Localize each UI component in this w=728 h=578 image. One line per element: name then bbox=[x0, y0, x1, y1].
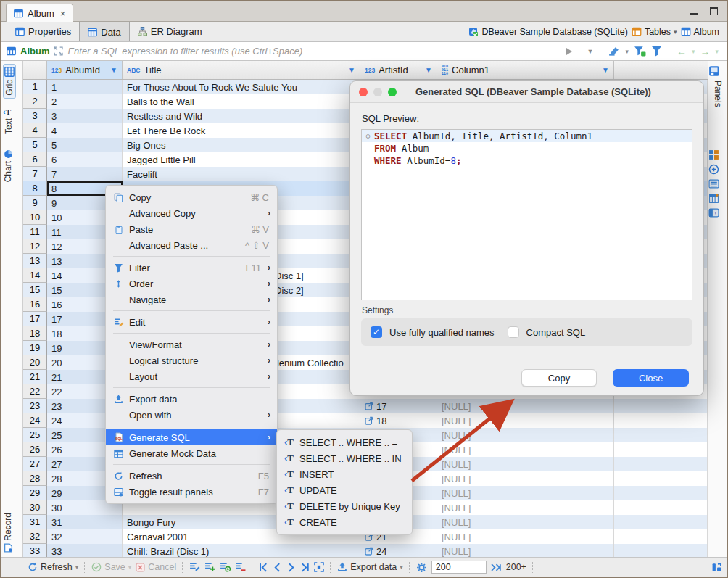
switch-presentation-icon[interactable] bbox=[711, 562, 727, 573]
row-number-cell[interactable]: 30 bbox=[23, 500, 47, 515]
column1-cell[interactable]: [NULL] bbox=[437, 529, 614, 544]
row-number-cell[interactable]: 11 bbox=[23, 225, 47, 239]
row-number-cell[interactable]: 3 bbox=[23, 109, 47, 123]
cancel-button[interactable]: Cancel bbox=[136, 562, 176, 572]
copy-button[interactable]: Copy bbox=[521, 369, 597, 387]
fold-collapse-icon[interactable]: ⊖ bbox=[362, 130, 374, 142]
minimize-window-icon[interactable] bbox=[373, 88, 382, 96]
row-number-cell[interactable]: 29 bbox=[23, 486, 47, 500]
maximize-icon[interactable] bbox=[710, 7, 718, 15]
submenu-item-update[interactable]: ‹TUPDATE bbox=[277, 482, 412, 498]
menu-item-generate-mock-data[interactable]: Generate Mock Data bbox=[106, 445, 277, 461]
albumid-cell[interactable]: 1 bbox=[47, 80, 123, 94]
save-filter-icon[interactable] bbox=[634, 46, 646, 57]
column-menu-icon[interactable]: ▼ bbox=[602, 66, 609, 74]
menu-item-export-data[interactable]: Export data bbox=[106, 391, 277, 407]
add-row-icon[interactable] bbox=[204, 562, 215, 572]
forward-menu-icon[interactable]: ▾ bbox=[715, 48, 719, 55]
menu-item-copy[interactable]: Copy⌘ C bbox=[106, 189, 277, 205]
row-number-cell[interactable]: 6 bbox=[23, 152, 47, 167]
first-row-icon[interactable] bbox=[259, 563, 268, 572]
presentation-tab-grid[interactable]: Grid bbox=[3, 64, 16, 99]
column1-cell[interactable]: [NULL] bbox=[437, 500, 614, 515]
menu-item-order[interactable]: Order› bbox=[106, 276, 277, 292]
row-number-cell[interactable]: 27 bbox=[23, 457, 47, 471]
column-menu-icon[interactable]: ▼ bbox=[425, 66, 432, 74]
row-number-cell[interactable]: 15 bbox=[23, 283, 47, 297]
column1-cell[interactable]: [NULL] bbox=[437, 413, 614, 428]
column-header-column1[interactable]: 010011110 Column1 ▼ bbox=[437, 61, 614, 79]
row-number-cell[interactable]: 19 bbox=[23, 341, 47, 355]
artistid-cell[interactable]: 18 bbox=[360, 413, 437, 428]
row-number-cell[interactable]: 16 bbox=[23, 297, 47, 312]
row-number-cell[interactable]: 12 bbox=[23, 239, 47, 254]
column1-cell[interactable]: [NULL] bbox=[437, 471, 614, 486]
row-number-cell[interactable]: 31 bbox=[23, 515, 47, 529]
column-header-albumid[interactable]: 123 AlbumId ▼ bbox=[47, 61, 123, 79]
menu-item-paste[interactable]: Paste⌘ V bbox=[106, 221, 277, 237]
back-icon[interactable]: ← bbox=[677, 46, 687, 57]
albumid-cell[interactable]: 31 bbox=[47, 515, 123, 529]
erase-filter-icon[interactable] bbox=[608, 46, 620, 57]
filter-history-icon[interactable]: ▼ bbox=[587, 48, 593, 55]
filter-input[interactable]: Enter a SQL expression to filter results… bbox=[67, 46, 562, 57]
previous-row-icon[interactable] bbox=[273, 563, 282, 572]
fetch-size-input[interactable]: 200 bbox=[431, 561, 487, 574]
close-window-icon[interactable] bbox=[359, 88, 368, 96]
row-number-cell[interactable]: 32 bbox=[23, 529, 47, 544]
albumid-cell[interactable]: 5 bbox=[47, 138, 123, 152]
row-number-cell[interactable]: 7 bbox=[23, 167, 47, 181]
submenu-item-select-where-in[interactable]: ‹TSELECT .. WHERE .. IN bbox=[277, 450, 412, 466]
menu-item-layout[interactable]: Layout› bbox=[106, 368, 277, 384]
column-header-artistid[interactable]: 123 ArtistId ▼ bbox=[360, 61, 437, 79]
menu-item-open-with[interactable]: Open with› bbox=[106, 407, 277, 423]
title-cell[interactable]: Chill: Brazil (Disc 1) bbox=[123, 544, 360, 557]
column1-cell[interactable]: [NULL] bbox=[437, 544, 614, 557]
title-cell[interactable]: Jagged Little Pill bbox=[123, 152, 360, 167]
albumid-cell[interactable]: 6 bbox=[47, 152, 123, 167]
checkbox-compact-sql[interactable] bbox=[508, 326, 519, 338]
row-number-cell[interactable]: 22 bbox=[23, 384, 47, 399]
row-number-cell[interactable]: 14 bbox=[23, 268, 47, 283]
tab-er-diagram[interactable]: ER Diagram bbox=[130, 22, 210, 41]
menu-item-advanced-paste[interactable]: Advanced Paste ...^ ⇧ V bbox=[106, 237, 277, 253]
menu-item-advanced-copy[interactable]: Advanced Copy› bbox=[106, 205, 277, 221]
menu-item-edit[interactable]: Edit› bbox=[106, 314, 277, 330]
column1-cell[interactable]: [NULL] bbox=[437, 428, 614, 442]
calc-panel-icon[interactable] bbox=[708, 178, 727, 189]
row-number-cell[interactable]: 24 bbox=[23, 413, 47, 428]
breadcrumb-database[interactable]: DBeaver Sample Database (SQLite) bbox=[468, 27, 627, 37]
focus-row-icon[interactable] bbox=[314, 562, 324, 572]
panel-tab-record[interactable]: Record bbox=[3, 513, 13, 553]
export-data-button[interactable]: Export data▾ bbox=[337, 562, 402, 572]
column1-cell[interactable]: [NULL] bbox=[437, 515, 614, 529]
row-number-cell[interactable]: 18 bbox=[23, 326, 47, 341]
forward-icon[interactable]: → bbox=[700, 46, 710, 57]
save-button[interactable]: Save▾ bbox=[91, 562, 131, 572]
row-number-cell[interactable]: 21 bbox=[23, 370, 47, 384]
row-number-cell[interactable]: 17 bbox=[23, 312, 47, 326]
column-menu-icon[interactable]: ▼ bbox=[110, 66, 117, 74]
fetch-settings-gear-icon[interactable] bbox=[416, 562, 427, 573]
title-cell[interactable]: Restless and Wild bbox=[123, 109, 360, 123]
title-cell[interactable]: For Those About To Rock We Salute You bbox=[123, 80, 360, 94]
artistid-cell[interactable]: 24 bbox=[360, 544, 437, 557]
panels-icon[interactable] bbox=[708, 65, 727, 77]
references-panel-icon[interactable]: ! bbox=[708, 207, 727, 218]
column1-cell[interactable]: [NULL] bbox=[437, 457, 614, 471]
column1-cell[interactable]: [NULL] bbox=[437, 486, 614, 500]
row-number-cell[interactable]: 2 bbox=[23, 94, 47, 109]
breadcrumb-table-album[interactable]: Album bbox=[681, 27, 719, 37]
row-number-cell[interactable]: 1 bbox=[23, 80, 47, 94]
row-number-cell[interactable]: 23 bbox=[23, 399, 47, 413]
title-cell[interactable]: Facelift bbox=[123, 167, 360, 181]
expand-filter-icon[interactable] bbox=[54, 46, 63, 56]
row-number-cell[interactable]: 9 bbox=[23, 196, 47, 210]
custom-filter-icon[interactable] bbox=[651, 46, 662, 57]
edit-value-icon[interactable] bbox=[189, 562, 200, 572]
checkbox-fully-qualified[interactable]: ✓ bbox=[371, 326, 382, 338]
submenu-item-insert[interactable]: ‹TINSERT bbox=[277, 466, 412, 482]
row-number-cell[interactable]: 33 bbox=[23, 544, 47, 557]
albumid-cell[interactable]: 7 bbox=[47, 167, 123, 181]
tab-properties[interactable]: Properties bbox=[7, 22, 79, 41]
